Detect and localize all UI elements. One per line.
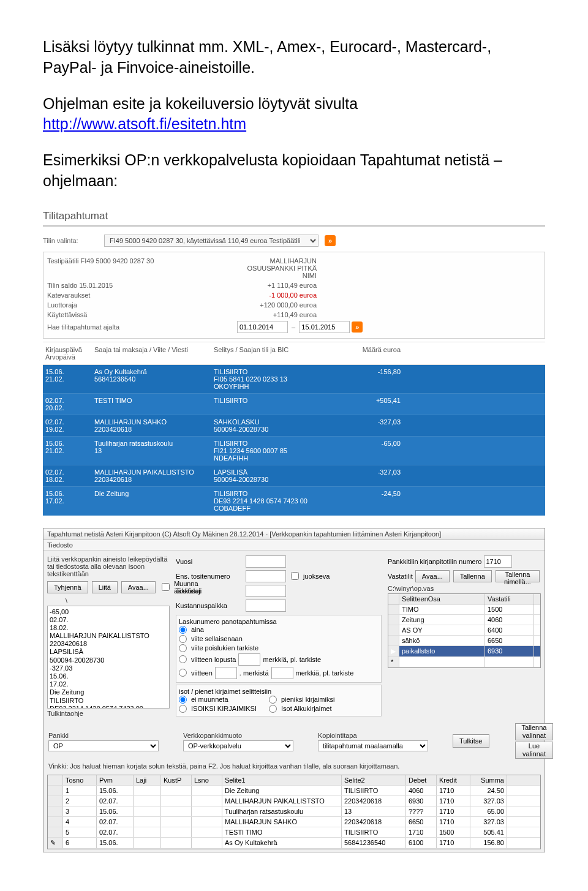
vt-tili: 1500: [485, 604, 534, 614]
radio-viitteen[interactable]: [179, 669, 187, 677]
radio-pieniksi[interactable]: [269, 696, 277, 704]
intro-p1: Lisäksi löytyy tulkinnat mm. XML-, Amex-…: [43, 37, 545, 78]
intro-p3: Esimerkiksi OP:n verkkopalvelusta kopioi…: [43, 150, 545, 192]
tyhjenna-button[interactable]: Tyhjennä: [47, 581, 88, 593]
vastatili-row[interactable]: AS OY6400: [388, 625, 540, 636]
vastatili-row[interactable]: ▶paikallststo6930: [388, 646, 540, 657]
lue-valinnat-button[interactable]: Lue valinnat: [515, 742, 554, 759]
tilin-valinta-select[interactable]: FI49 5000 9420 0287 30, käytettävissä 11…: [104, 235, 318, 247]
tr-desc: TILISIIRTOFI21 1234 5600 0007 85NDEAFIHH: [214, 439, 333, 462]
result-row[interactable]: 402.07.MALLIHARJUN SÄHKÖ2203420618665017…: [48, 817, 540, 827]
fetch-icon[interactable]: »: [352, 321, 363, 333]
pankkitili-input[interactable]: [484, 555, 512, 568]
date-to[interactable]: [299, 321, 350, 333]
juokseva-check[interactable]: [291, 572, 299, 580]
vuosi-input[interactable]: [246, 555, 286, 568]
tr-desc: TILISIIRTO: [214, 396, 333, 412]
tr-amount: -65,00: [333, 439, 401, 462]
kop-select[interactable]: tilitapahtumat maalaamalla: [318, 740, 428, 751]
merkista-num[interactable]: [215, 667, 237, 679]
radio-viite-pois[interactable]: [179, 644, 187, 652]
vt-avaa[interactable]: Avaa...: [415, 570, 450, 582]
radio-ei-muunneta[interactable]: [179, 696, 187, 704]
result-row[interactable]: 202.07.MALLIHARJUN PAIKALLISTSTO22034206…: [48, 796, 540, 806]
tallenna-valinnat-button[interactable]: Tallenna valinnat: [515, 723, 554, 740]
cell-selite2: 2203420618: [342, 796, 406, 806]
tositelaji-input[interactable]: [246, 585, 286, 597]
transaction-row[interactable]: 15.06.17.02.Die ZeitungTILISIIRTODE93 22…: [43, 487, 545, 516]
liita-button[interactable]: Liitä: [92, 581, 118, 593]
result-row[interactable]: 315.06.Tuuliharjan ratsastuskoulu13????1…: [48, 806, 540, 817]
vt-selite: TIMO: [399, 604, 485, 614]
vinkki-text: Vinkki: Jos haluat hieman korjata solun …: [43, 760, 545, 772]
radio-viite-sell[interactable]: [179, 635, 187, 643]
cell-selite2: 2203420618: [342, 817, 406, 827]
vt-tili: 6650: [485, 636, 534, 645]
tositelaji-label: Tositelaji: [176, 587, 243, 595]
cell-kustp: [161, 796, 192, 806]
pankki-select[interactable]: OP: [48, 740, 159, 751]
muunna-checkbox[interactable]: [162, 583, 170, 591]
radio-isoiksi[interactable]: [179, 705, 187, 713]
verkk-select[interactable]: OP-verkkopalvelu: [183, 740, 293, 751]
cell-selite1: As Oy Kultakehrä: [222, 838, 342, 848]
paste-textarea[interactable]: -65,00 02.07. 18.02. MALLIHARJUN PAIKALL…: [47, 606, 170, 709]
paste-instruction: Liitä verkkopankin aineisto leikepöydält…: [47, 554, 170, 579]
cell-laji: [134, 827, 161, 837]
tr-payee: As Oy Kultakehrä56841236540: [94, 367, 214, 391]
row-selector[interactable]: [48, 796, 63, 806]
merkkia2-label: merkkiä, pl. tarkiste: [296, 669, 354, 677]
vt-tallenna[interactable]: Tallenna: [453, 570, 492, 582]
cell-summa: 24.50: [470, 786, 507, 795]
gh-selitteenosa: SelitteenOsa: [399, 594, 485, 604]
lop-num[interactable]: [238, 653, 260, 666]
vastatili-row[interactable]: Zeitung4060: [388, 615, 540, 625]
cell-kredit: 1710: [437, 817, 470, 827]
tr-amount: -327,03: [333, 418, 401, 434]
date-from[interactable]: [237, 321, 288, 333]
transaction-row[interactable]: 02.07.19.02.MALLIHARJUN SÄHKÖ2203420618S…: [43, 415, 545, 437]
cell-kustp: [161, 806, 192, 816]
vastatili-row[interactable]: TIMO1500: [388, 604, 540, 615]
transaction-row[interactable]: 02.07.20.02.TESTI TIMOTILISIIRTO+505,41: [43, 394, 545, 415]
cell-selite1: TESTI TIMO: [222, 827, 342, 837]
avaa-button[interactable]: Avaa...: [121, 581, 156, 593]
row-selector[interactable]: [48, 806, 63, 816]
row-selector[interactable]: ✎: [48, 838, 63, 848]
transaction-row[interactable]: 15.06.21.02.Tuuliharjan ratsastuskoulu13…: [43, 437, 545, 465]
kust-input[interactable]: [246, 600, 286, 612]
merkkia-num[interactable]: [271, 667, 293, 679]
radio-viitteen-lop[interactable]: [179, 655, 187, 663]
radio-isot-alku[interactable]: [269, 705, 277, 713]
tulkitse-button[interactable]: Tulkitse: [453, 734, 489, 748]
radio-aina[interactable]: [179, 626, 187, 634]
vt-tallenna-nim[interactable]: Tallenna nimellä...: [496, 570, 540, 582]
tr-date: 02.07.20.02.: [45, 396, 94, 412]
row-selector[interactable]: [48, 817, 63, 827]
result-row[interactable]: 115.06.Die ZeitungTILISIIRTO4060171024.5…: [48, 786, 540, 796]
tr-payee: MALLIHARJUN SÄHKÖ2203420618: [94, 418, 214, 434]
transaction-row[interactable]: 15.06.21.02.As Oy Kultakehrä56841236540T…: [43, 365, 545, 394]
cell-pvm: 02.07.: [97, 796, 134, 806]
result-row[interactable]: 502.07.TESTI TIMOTILISIIRTO17101500505.4…: [48, 827, 540, 838]
row-selector[interactable]: [48, 786, 63, 795]
transaction-row[interactable]: 02.07.18.02.MALLIHARJUN PAIKALLISTSTO220…: [43, 465, 545, 487]
verkk-col-label: Verkkopankkimuoto: [183, 731, 293, 740]
cell-tosno: 4: [63, 817, 97, 827]
cell-selite1: Die Zeitung: [222, 786, 342, 795]
go-icon[interactable]: »: [325, 235, 336, 246]
cell-laji: [134, 786, 161, 795]
bh-lsno: Lsno: [192, 775, 222, 785]
bh-tosno: Tosno: [63, 775, 97, 785]
row-selector[interactable]: [48, 827, 63, 837]
pieniksi-label: pieniksi kirjaimiksi: [281, 696, 334, 703]
vastatili-row[interactable]: sähkö6650: [388, 636, 540, 646]
tr-amount: -156,80: [333, 367, 401, 391]
result-row[interactable]: ✎615.06.As Oy Kultakehrä5684123654061001…: [48, 838, 540, 849]
menu-tiedosto[interactable]: Tiedosto: [43, 540, 545, 551]
bank-name: MALLIHARJUN OSUUSPANKKI PITKÄ NIMI: [237, 257, 317, 279]
cell-kredit: 1710: [437, 786, 470, 795]
ens-input[interactable]: [246, 570, 286, 582]
intro-link[interactable]: http://www.atsoft.fi/esitetn.htm: [43, 115, 246, 132]
vastatili-new-row[interactable]: *: [388, 657, 540, 667]
